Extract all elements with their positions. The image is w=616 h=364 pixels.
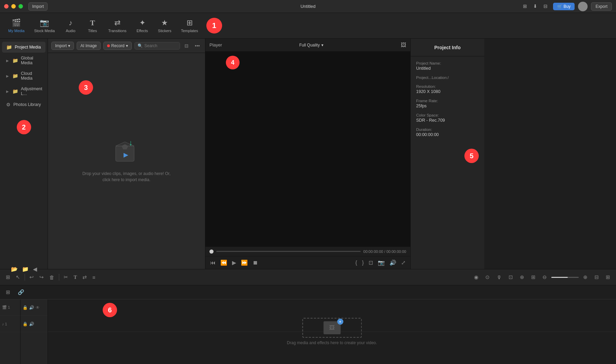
quality-select[interactable]: Full Quality ▾: [299, 43, 323, 48]
connect-button[interactable]: ⊕: [517, 272, 527, 282]
drop-zone-area: 🖼 + Drag media and effects here to creat…: [287, 318, 377, 345]
shield-button[interactable]: ⊙: [483, 272, 492, 282]
grid-btn[interactable]: ⊞: [529, 272, 538, 282]
record-dot-icon: [107, 44, 110, 47]
toolbar-my-media[interactable]: 🎬 My Media: [3, 16, 29, 35]
toolbar-stock-media[interactable]: 📷 Stock Media: [29, 16, 60, 35]
media-drop-area[interactable]: ↓ ▶ Drop your video clips, images, or au…: [48, 53, 205, 269]
drop-text: Drop your video clips, images, or audio …: [82, 171, 170, 183]
timeline-bar[interactable]: [216, 251, 361, 252]
tutorial-badge-5[interactable]: 5: [464, 149, 479, 163]
collapse-sidebar-icon[interactable]: ◀: [33, 266, 37, 269]
titlebar-right: ⊞ ⬇ ⊟ 🛒 Buy Export: [523, 2, 612, 11]
clip-button[interactable]: ⊡: [506, 272, 515, 282]
sidebar-item-adjustment[interactable]: ▶ 📁 Adjustment L...: [2, 84, 46, 99]
delete-button[interactable]: 🗑: [47, 273, 57, 282]
ripple-button[interactable]: ≡: [90, 273, 98, 282]
toolbar-audio[interactable]: ♪ Audio: [60, 16, 81, 35]
window-controls: Import: [4, 2, 48, 11]
tutorial-badge-1[interactable]: 1: [206, 18, 222, 33]
video-track-audio-btn[interactable]: 🔊: [29, 305, 34, 310]
user-avatar[interactable]: [578, 2, 588, 11]
info-name-row: Project Name: Untitled: [416, 61, 479, 71]
zoom-out-button[interactable]: ⊖: [540, 272, 549, 282]
sidebar-item-project-media[interactable]: 📁 Project Media: [2, 42, 46, 53]
step-back-button[interactable]: ⏪: [220, 259, 228, 267]
svg-text:↓: ↓: [129, 139, 132, 147]
buy-button[interactable]: 🛒 Buy: [553, 3, 575, 10]
info-colorspace-row: Color Space: SDR - Rec.709: [416, 113, 479, 123]
ai-image-button[interactable]: AI Image: [77, 42, 101, 50]
tutorial-badge-3[interactable]: 3: [79, 80, 93, 95]
tutorial-badge-2[interactable]: 2: [17, 120, 31, 134]
toolbar-transitions[interactable]: ⇄ Transitions: [103, 16, 131, 35]
timeline-tool-1[interactable]: ⊞: [3, 287, 13, 297]
transitions-icon: ⇄: [114, 18, 120, 27]
zoom-in-button[interactable]: ⊕: [581, 272, 590, 282]
text-button[interactable]: T: [71, 273, 79, 282]
record-button[interactable]: Record ▾: [103, 42, 132, 50]
timeline-tool-2[interactable]: 🔗: [15, 287, 27, 297]
stop-button[interactable]: ⏹: [252, 259, 259, 267]
crop-button[interactable]: ⊡: [368, 259, 374, 267]
zoom-slider-fill: [551, 277, 568, 278]
toolbar-stock-media-label: Stock Media: [34, 29, 55, 33]
more-button[interactable]: •••: [193, 42, 202, 49]
sidebar-item-cloud-media[interactable]: ▶ 📁 Cloud Media: [2, 68, 46, 83]
view-toggle-button[interactable]: ⊞: [603, 272, 613, 282]
maximize-button[interactable]: [18, 4, 23, 9]
timeline-area: ⊞ 🔗 🎬 1 ♪ 1 🔒 🔊 👁 �: [0, 285, 616, 364]
search-input[interactable]: [144, 43, 177, 48]
sidebar-item-photos-library[interactable]: ⚙ Photos Library: [2, 99, 46, 110]
volume-button[interactable]: 🔊: [389, 259, 397, 267]
track-controls: 🎬 1 ♪ 1: [0, 299, 21, 364]
import-media-button[interactable]: Import ▾: [51, 42, 74, 50]
sidebar-item-global-media[interactable]: ▶ 📁 Global Media: [2, 53, 46, 68]
add-folder-icon[interactable]: 📂: [11, 266, 18, 269]
zoom-slider[interactable]: [551, 277, 579, 278]
snapshot-button[interactable]: 📷: [377, 259, 385, 267]
playhead-dot[interactable]: [209, 250, 214, 254]
sidebar-item-project-media-label: Project Media: [15, 45, 41, 50]
drop-zone-border[interactable]: 🖼 +: [302, 318, 362, 338]
step-forward-button[interactable]: ⏩: [240, 259, 248, 267]
video-track-lock-btn[interactable]: 🔒: [23, 305, 28, 310]
import-button[interactable]: Import: [28, 2, 48, 11]
fullscreen-button[interactable]: ⤢: [400, 259, 406, 267]
fit-button[interactable]: ⊟: [592, 272, 601, 282]
download-icon[interactable]: ⬇: [533, 3, 539, 10]
toolbar-templates[interactable]: ⊞ Templates: [176, 16, 203, 35]
skip-back-button[interactable]: ⏮: [209, 259, 216, 267]
toolbar-stickers[interactable]: ★ Stickers: [153, 16, 176, 35]
zoom-control: [551, 277, 579, 278]
grid-icon[interactable]: ⊟: [543, 3, 550, 10]
toolbar-titles[interactable]: T Titles: [81, 16, 103, 35]
toolbar-effects[interactable]: ✦ Effects: [131, 16, 153, 35]
toolbar-titles-label: Titles: [88, 29, 97, 33]
import-label: Import: [55, 43, 67, 48]
colorspace-label: Color Space:: [416, 113, 479, 117]
minimize-button[interactable]: [11, 4, 16, 9]
cut-button[interactable]: ✂: [61, 272, 70, 282]
layout-icon[interactable]: ⊞: [523, 3, 529, 10]
folder-icon[interactable]: 📁: [22, 266, 29, 269]
audio-track-volume-btn[interactable]: 🔊: [29, 322, 34, 326]
sidebar-item-adjustment-label: Adjustment L...: [21, 86, 42, 96]
close-button[interactable]: [4, 4, 9, 9]
video-track-visible-btn[interactable]: 👁: [36, 305, 40, 310]
player-timeline: 00:00:00:00 / 00:00:00:00: [205, 246, 410, 256]
player-screenshot-button[interactable]: 🖼: [401, 42, 406, 48]
mic-button[interactable]: 🎙: [494, 273, 504, 282]
tutorial-badge-6[interactable]: 6: [103, 303, 117, 317]
mark-in-button[interactable]: {: [355, 259, 358, 267]
export-button[interactable]: Export: [591, 2, 612, 11]
audio-track-lock-btn[interactable]: 🔒: [23, 322, 28, 326]
toolbar-templates-label: Templates: [181, 29, 198, 33]
swap-button[interactable]: ⇄: [80, 272, 89, 282]
speed-button[interactable]: ◉: [472, 272, 481, 282]
mark-out-button[interactable]: }: [361, 259, 364, 267]
filter-button[interactable]: ⊟: [183, 42, 190, 49]
info-framerate-row: Frame Rate: 25fps: [416, 99, 479, 108]
tutorial-badge-4[interactable]: 4: [226, 56, 240, 69]
play-button[interactable]: ▶: [231, 259, 237, 267]
